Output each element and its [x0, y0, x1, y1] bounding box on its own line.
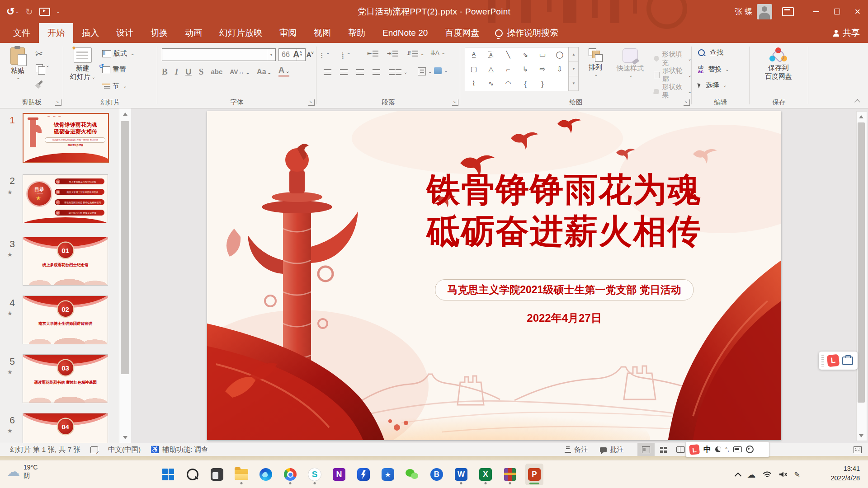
screenshot-camera-icon[interactable] [842, 357, 853, 365]
ime-fullwidth-moon-icon[interactable] [715, 446, 721, 452]
tab-home[interactable]: 开始 [39, 23, 73, 43]
shape-arrow[interactable]: ⇘ [523, 51, 528, 59]
slide-thumbnail-1[interactable]: ⌒⌒⌒ 铁骨铮铮雨花为魂砥砺奋进薪火相传 马克思主义学院2021级硕士生第一党支… [23, 113, 109, 163]
taskbar-b-app[interactable]: B [428, 464, 446, 485]
change-case-button[interactable]: Aa⌄ [257, 68, 271, 76]
sogou-ime-logo-icon[interactable]: L [689, 444, 700, 455]
minimize-button[interactable] [806, 0, 826, 23]
taskbar-search-button[interactable] [184, 464, 202, 485]
replace-button[interactable]: abac 替换⌄ [698, 65, 729, 74]
editor-scroll-up[interactable] [857, 112, 866, 122]
slide-thumbnail-6[interactable]: 04 [23, 413, 108, 443]
shapes-scroll-up[interactable]: ▲ [569, 47, 578, 62]
shape-oval[interactable]: ◯ [556, 51, 564, 59]
share-button[interactable]: 共享 [833, 23, 860, 43]
editor-scroll-down[interactable] [857, 431, 866, 441]
text-direction-button[interactable]: ⇊A⌄ [430, 49, 445, 56]
ime-toolbar[interactable]: L 中 °, [685, 441, 769, 457]
paste-button[interactable]: 粘贴 ⌄ [4, 47, 32, 80]
notes-button[interactable]: 备注 [565, 445, 588, 455]
shape-right-brace[interactable]: } [541, 80, 543, 88]
start-button[interactable] [159, 464, 177, 485]
accessibility-indicator[interactable]: ♿ 辅助功能: 调查 [151, 445, 208, 455]
tab-transitions[interactable]: 切换 [142, 23, 176, 43]
italic-button[interactable]: I [175, 67, 178, 77]
clipboard-dialog-launcher[interactable] [55, 99, 61, 106]
ime-settings-icon[interactable] [746, 446, 754, 453]
ime-punctuation-icon[interactable]: °, [725, 446, 729, 453]
decrease-indent-button[interactable]: ⇤ [367, 50, 378, 56]
editor-scrollbar[interactable] [856, 111, 867, 441]
shape-arc[interactable]: ◠ [505, 80, 511, 88]
tab-slideshow[interactable]: 幻灯片放映 [211, 23, 271, 43]
shape-elbow-arrow-connector[interactable]: ↳ [523, 65, 528, 73]
pen-input-icon[interactable]: ✎ [794, 470, 800, 479]
align-left-button[interactable] [324, 69, 331, 75]
shape-down-arrow[interactable]: ⇩ [557, 65, 563, 73]
taskbar-winrar[interactable] [501, 464, 519, 485]
tab-file[interactable]: 文件 [5, 23, 39, 43]
shape-rectangle[interactable]: ▭ [539, 51, 546, 59]
taskbar-clock[interactable]: 13:41 2022/4/28 [830, 464, 860, 483]
tab-baidu-netdisk[interactable]: 百度网盘 [436, 23, 488, 43]
tray-expand-icon[interactable] [734, 472, 741, 479]
convert-smartart-button[interactable]: ⌄ [434, 67, 448, 74]
paragraph-dialog-launcher[interactable] [452, 99, 458, 106]
tab-design[interactable]: 设计 [108, 23, 142, 43]
user-avatar[interactable] [757, 4, 772, 19]
volume-muted-icon[interactable] [778, 471, 788, 478]
copy-button[interactable]: ⌄ [34, 63, 49, 74]
taskbar-star-app[interactable]: ★ [379, 464, 397, 485]
tab-view[interactable]: 视图 [305, 23, 340, 43]
shapes-gallery[interactable]: A A ╲ ⇘ ▭ ◯ ▢ △ ⌐ ↳ ⇨ ⇩ ⌇ ∿ ◠ { } [465, 47, 569, 91]
shadow-button[interactable]: S [199, 67, 204, 77]
shape-freeform[interactable]: ⌇ [472, 80, 475, 88]
increase-font-button[interactable]: A˄ [293, 49, 302, 60]
taskbar-onenote[interactable]: N [330, 464, 348, 485]
shape-outline-button[interactable]: 形状轮廓⌄ [654, 66, 692, 84]
drawing-dialog-launcher[interactable] [684, 99, 690, 106]
slide-subtitle[interactable]: 马克思主义学院2021级硕士生第一党支部 党日活动 [435, 279, 693, 300]
reset-button[interactable]: 重置 [102, 66, 126, 74]
underline-button[interactable]: U [185, 67, 192, 77]
arrange-button[interactable]: 排列 ⌄ [582, 48, 609, 77]
font-color-button[interactable]: A⌄ [278, 66, 289, 77]
character-spacing-button[interactable]: AV↔⌄ [230, 68, 250, 75]
editor-scrollbar-thumb[interactable] [858, 122, 865, 403]
strikethrough-button[interactable]: abc [211, 68, 222, 75]
decrease-font-button[interactable]: A˅ [307, 51, 314, 58]
wifi-icon[interactable] [763, 471, 772, 478]
spellcheck-button[interactable] [90, 446, 98, 453]
account-user-name[interactable]: 张 蝶 [735, 6, 752, 17]
new-slide-button[interactable]: 新建 幻灯片⌄ [68, 47, 98, 81]
bullets-button[interactable]: •••⌄ [324, 50, 330, 55]
taskbar-dark-app[interactable] [208, 464, 226, 485]
tab-endnote[interactable]: EndNote 20 [374, 23, 436, 43]
tab-help[interactable]: 帮助 [340, 23, 374, 43]
numbering-button[interactable]: 123⌄ [344, 50, 350, 55]
taskbar-file-explorer[interactable] [232, 464, 250, 485]
shape-effects-button[interactable]: 形状效果⌄ [654, 83, 692, 100]
slide-date[interactable]: 2022年4月27日 [356, 311, 772, 325]
shapes-scroll-down[interactable]: ▼ [569, 62, 578, 76]
shape-textbox[interactable]: A [472, 51, 476, 58]
align-text-button[interactable]: ⌄ [418, 67, 432, 75]
slide-thumbnail-5[interactable]: 03 诵读雨花英烈书信 赓续红色精神基因 [23, 354, 108, 403]
justify-button[interactable] [373, 69, 380, 75]
taskbar-weather[interactable]: ☁ 19°C阴 [6, 463, 38, 479]
taskbar-chrome[interactable] [281, 464, 299, 485]
sogou-logo-icon[interactable]: L [827, 354, 840, 367]
taskbar-edge[interactable] [257, 464, 275, 485]
shape-triangle[interactable]: △ [488, 65, 494, 73]
layout-button[interactable]: 版式⌄ [102, 49, 134, 58]
slide-thumbnail-4[interactable]: 02 南京大学博士生讲师团讲师宣讲 [23, 296, 108, 344]
section-button[interactable]: 节⌄ [102, 82, 127, 90]
comments-button[interactable]: 批注 [600, 445, 624, 455]
columns-button[interactable]: ⌄ [389, 69, 407, 75]
shape-left-brace[interactable]: { [524, 80, 526, 88]
fit-slide-to-window-button[interactable] [854, 446, 862, 453]
restore-button[interactable] [826, 0, 847, 23]
ribbon-display-options-icon[interactable] [782, 7, 794, 16]
onedrive-cloud-icon[interactable]: ☁ [747, 469, 756, 480]
find-button[interactable]: 查找 [698, 48, 723, 57]
